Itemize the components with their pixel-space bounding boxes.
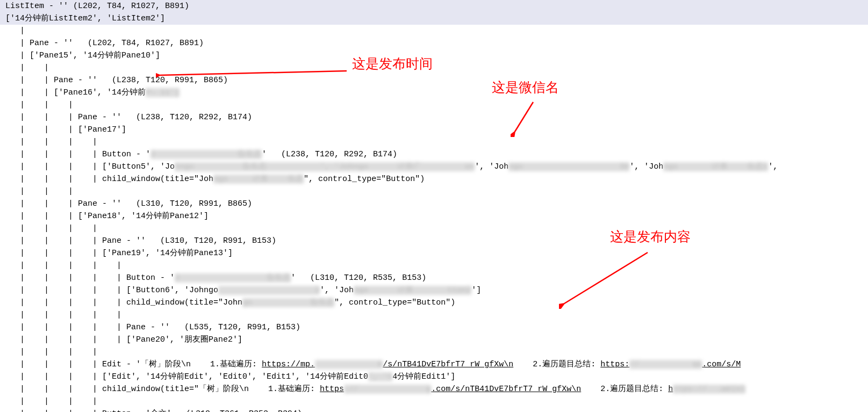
link-child-1[interactable]: https [320,385,344,394]
link-qq[interactable]: https: [600,360,629,369]
line: | | | | [0,136,868,148]
line: | | | | | [0,259,868,272]
line-button6-child: | | | | | child_window(title="Johngo 告生态… [0,297,868,309]
line: | | | ['Pane18', '14分钟前Pane12'] [0,210,868,222]
line: | | Pane - '' (L238, T120, R991, B865) [0,74,868,86]
line-button5-list: | | | | ['Button5', 'Johngo 告生态 ', 'John… [0,161,868,173]
line: | | | | | ['Pane20', '朋友圈Pane2'] [0,334,868,346]
line-button5-child: | | | | child_window(title="Johngo 计算 生态… [0,173,868,185]
line: | ['Pane15', '14分钟前Pane10'] [0,49,868,62]
annot-publish-time: 这是发布时间 [352,58,433,69]
line: | | | | [0,222,868,235]
line: | | | [0,185,868,198]
line: | | | | | Pane - '' (L535, T120, R991, B… [0,321,868,334]
line: | [0,25,868,37]
line-edit-child: | | | | child_window(title="「树」阶段\n 1.基础… [0,383,868,395]
line-button5: | | | | Button - 'J 告生态' (L238, T120, R2… [0,148,868,161]
line: | | | | Pane - '' (L310, T120, R991, B15… [0,235,868,247]
line: | | | | | [0,309,868,321]
line: | | | | Button - '全文' (L310, T361, R352,… [0,408,868,412]
hl-line-2: ['14分钟前ListItem2', 'ListItem2'] [0,12,868,25]
link-mp-2[interactable]: /s/nTB41DvE7bfrT7_rW_gfXw\n [383,360,513,369]
annot-wechat-name: 这是微信名 [492,82,559,93]
hl-line-1: ListItem - '' (L202, T84, R1027, B891) [0,0,868,12]
link-mp[interactable]: https://mp. [262,360,315,369]
line: | | | Pane - '' (L310, T120, R991, B865) [0,198,868,210]
line: | | | | [0,346,868,358]
line-edit: | | | | Edit - '「树」阶段\n 1.基础遍历: https://… [0,358,868,371]
console-output: ListItem - '' (L202, T84, R1027, B891) [… [0,0,868,412]
link-qq-2[interactable]: .com/s/M [702,360,741,369]
line: | | [0,62,868,74]
link-child-2[interactable]: h [668,385,673,394]
line: | | | [0,99,868,111]
link-child-1b[interactable]: .com/s/nTB41DvE7bfrT7_rW_gfXw\n [431,385,581,394]
line: | | | Pane - '' (L238, T120, R292, B174) [0,111,868,124]
line-button6-list: | | | | | ['Button6', 'Johngo 2', 'Johng… [0,284,868,297]
annot-publish-content: 这是发布内容 [610,231,691,242]
line: | | | | [0,395,868,408]
line-edit-list: | | | | ['Edit', '14分钟前Edit', 'Edit0', '… [0,371,868,383]
line: | | | | ['Pane19', '14分钟前Pane13'] [0,247,868,259]
line: | | | ['Pane17'] [0,124,868,136]
line-button6: | | | | | Button - 'J 告生态' (L310, T120, … [0,272,868,284]
line-pane16: | | ['Pane16', '14分钟前P— 11'] [0,86,868,99]
line: | Pane - '' (L202, T84, R1027, B891) [0,37,868,49]
